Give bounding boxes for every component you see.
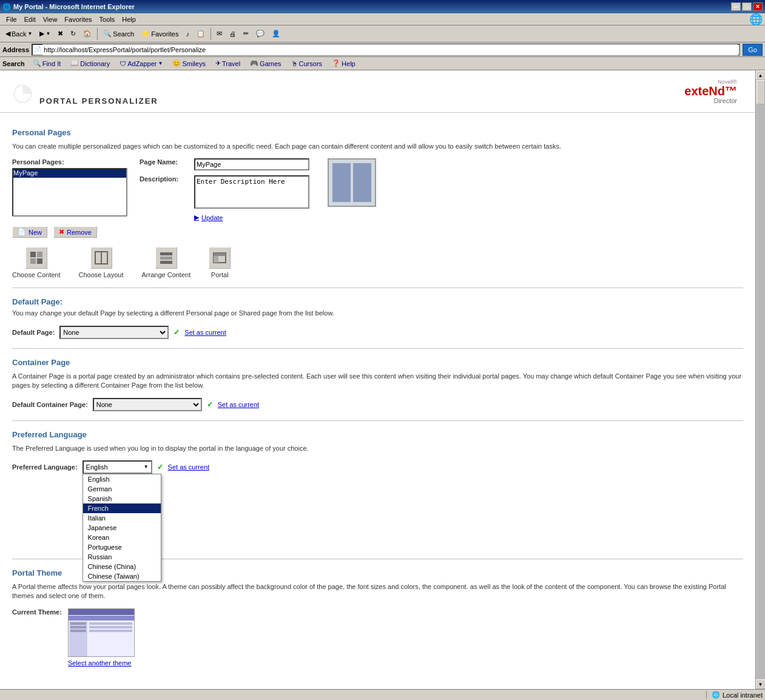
menu-tools[interactable]: Tools (96, 15, 119, 24)
adzapper-dropdown-arrow: ▼ (158, 61, 163, 66)
stop-button[interactable]: ✖ (55, 27, 66, 41)
choose-layout-label: Choose Layout (79, 271, 124, 278)
description-row: Description: Enter Description Here (140, 175, 309, 209)
scroll-track[interactable] (757, 80, 765, 679)
adzapper-link[interactable]: 🛡 AdZapper ▼ (115, 58, 167, 69)
default-page-select[interactable]: None (59, 326, 169, 339)
help-icon: ❓ (332, 59, 340, 67)
scroll-up-button[interactable]: ▲ (756, 70, 766, 80)
portal-icon (209, 247, 231, 269)
menu-favorites[interactable]: Favorites (61, 15, 95, 24)
lang-option-french[interactable]: French (83, 503, 161, 513)
page-name-input[interactable] (194, 158, 309, 170)
new-page-button[interactable]: 📄 New (12, 226, 47, 238)
choose-layout-item[interactable]: Choose Layout (79, 247, 124, 278)
forward-button[interactable]: ▶ ▼ (36, 27, 53, 41)
language-select-display[interactable]: English ▼ (83, 460, 152, 474)
smileys-link[interactable]: 😊 Smileys (168, 58, 210, 69)
preferred-language-label: Preferred Language: (12, 463, 78, 471)
help-link[interactable]: ❓ Help (328, 58, 360, 69)
zone-icon: 🌐 (712, 691, 720, 699)
back-arrow: ▼ (27, 31, 32, 36)
default-page-set-current[interactable]: Set as current (184, 329, 226, 336)
container-page-set-current[interactable]: Set as current (218, 401, 259, 408)
choose-content-item[interactable]: Choose Content (12, 247, 61, 278)
lang-option-chinese-china[interactable]: Chinese (China) (83, 562, 161, 571)
go-button[interactable]: Go (743, 44, 763, 56)
menu-view[interactable]: View (39, 15, 61, 24)
novell-line2: exteNd™ (684, 85, 737, 97)
history-button[interactable]: 📋 (194, 27, 208, 41)
lang-option-chinese-taiwan[interactable]: Chinese (Taiwan) (83, 571, 161, 581)
menu-edit[interactable]: Edit (21, 15, 39, 24)
lang-option-spanish[interactable]: Spanish (83, 494, 161, 503)
arrange-content-item[interactable]: Arrange Content (142, 247, 191, 278)
refresh-button[interactable]: ↻ (67, 27, 79, 41)
preferred-language-title: Preferred Language (12, 430, 743, 439)
layout-preview (328, 158, 376, 207)
lang-option-german[interactable]: German (83, 484, 161, 494)
window-icon: 🌐 (2, 3, 11, 11)
title-bar-buttons: — □ ✕ (731, 2, 763, 11)
lang-option-russian[interactable]: Russian (83, 552, 161, 562)
divider-2 (12, 348, 743, 349)
edit-button[interactable]: ✏ (240, 27, 252, 41)
favorites-button[interactable]: ⭐ Favorites (138, 27, 181, 41)
menu-file[interactable]: File (2, 15, 21, 24)
globe-decoration: ◔ (12, 78, 33, 106)
address-input[interactable] (42, 44, 738, 55)
lang-option-portuguese[interactable]: Portuguese (83, 542, 161, 552)
maximize-button[interactable]: □ (742, 2, 752, 11)
lang-option-japanese[interactable]: Japanese (83, 523, 161, 533)
print-button[interactable]: 🖨 (226, 27, 239, 41)
games-link[interactable]: 🎮 Games (246, 58, 285, 69)
description-textarea[interactable]: Enter Description Here (194, 175, 309, 209)
remove-page-button[interactable]: ✖ Remove (53, 226, 97, 238)
svg-rect-0 (30, 252, 36, 257)
pages-list[interactable]: MyPage (12, 168, 127, 217)
scroll-down-button[interactable]: ▼ (756, 679, 766, 689)
container-page-title: Container Page (12, 358, 743, 367)
select-theme-link[interactable]: Select another theme (68, 659, 135, 667)
lang-option-italian[interactable]: Italian (83, 513, 161, 523)
lang-option-korean[interactable]: Korean (83, 533, 161, 542)
home-button[interactable]: 🏠 (80, 27, 95, 41)
findit-icon: 🔍 (33, 59, 41, 67)
close-button[interactable]: ✕ (753, 2, 763, 11)
dictionary-link[interactable]: 📖 Dictionary (66, 58, 114, 69)
cursors-icon: 🖱 (291, 60, 298, 67)
page-name-label: Page Name: (140, 158, 188, 166)
minimize-button[interactable]: — (731, 2, 741, 11)
ie-icon: 🌐 (749, 13, 763, 26)
cursors-link[interactable]: 🖱 Cursors (287, 58, 327, 69)
mail-button[interactable]: ✉ (214, 27, 225, 41)
messenger-button[interactable]: 👤 (269, 27, 283, 41)
menu-bar: File Edit View Favorites Tools Help 🌐 (0, 13, 765, 25)
search-button[interactable]: 🔍 Search (100, 27, 137, 41)
language-dropdown-arrow: ▼ (144, 464, 149, 469)
update-button[interactable]: ▶ Update (194, 214, 223, 221)
container-page-desc: A Container Page is a portal page create… (12, 372, 743, 391)
theme-preview (68, 608, 135, 657)
menu-help[interactable]: Help (118, 15, 140, 24)
container-page-section: Container Page A Container Page is a por… (12, 358, 743, 411)
home-icon: 🏠 (83, 30, 92, 38)
travel-link[interactable]: ✈ Travel (211, 58, 244, 69)
container-page-select[interactable]: None (93, 398, 202, 411)
portal-title: PORTAL PERSONALIZER (39, 96, 158, 106)
svg-rect-3 (37, 258, 42, 264)
arrange-content-label: Arrange Content (142, 271, 191, 278)
language-set-current[interactable]: Set as current (168, 463, 209, 471)
novell-line1: Novell® (684, 79, 737, 85)
discuss-button[interactable]: 💬 (253, 27, 268, 41)
media-button[interactable]: ♪ (183, 27, 192, 41)
choose-layout-icon (90, 247, 112, 269)
back-button[interactable]: ◀ Back ▼ (2, 27, 35, 41)
preferred-language-row: Preferred Language: English ▼ English Ge… (12, 460, 743, 474)
portal-item[interactable]: Portal (209, 247, 231, 278)
divider-3 (12, 420, 743, 421)
findit-link[interactable]: 🔍 Find It (29, 58, 66, 69)
adzapper-icon: 🛡 (120, 60, 126, 67)
scroll-thumb[interactable] (757, 80, 765, 104)
lang-option-english[interactable]: English (83, 474, 161, 484)
